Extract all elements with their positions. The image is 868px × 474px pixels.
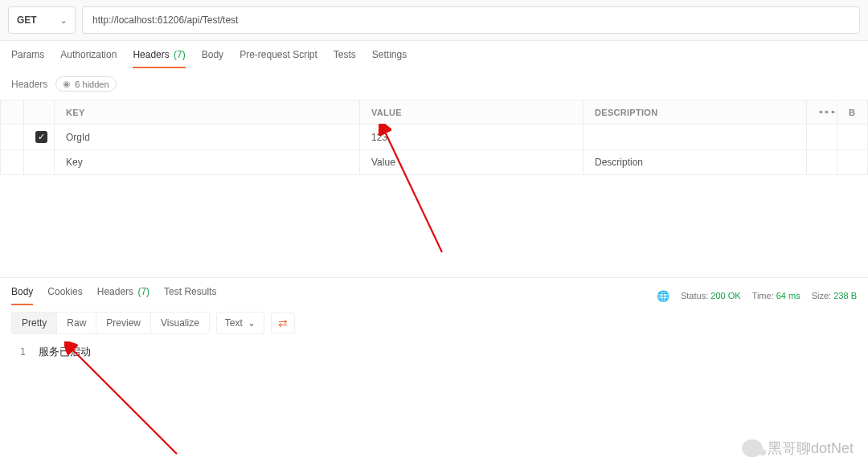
response-format-select[interactable]: Text ⌄ [216, 312, 264, 334]
wrap-lines-icon: ⇄ [278, 317, 288, 329]
placeholder-value[interactable]: Value [360, 150, 583, 175]
view-visualize[interactable]: Visualize [151, 312, 210, 334]
time-label: Time: [752, 291, 774, 300]
response-panel: Body Cookies Headers (7) Test Results 🌐 … [0, 277, 868, 474]
tab-headers[interactable]: Headers (7) [133, 49, 185, 68]
globe-icon[interactable]: 🌐 [657, 290, 669, 302]
request-bar: GET ⌄ [0, 0, 868, 41]
row-description[interactable] [583, 125, 807, 150]
http-method-select[interactable]: GET ⌄ [8, 6, 76, 34]
time-value: 64 ms [776, 291, 800, 300]
response-tabs: Body Cookies Headers (7) Test Results [11, 286, 216, 305]
resp-tab-test-results[interactable]: Test Results [164, 286, 216, 305]
row-enabled-checkbox[interactable]: ✓ [24, 125, 55, 150]
resp-tab-body[interactable]: Body [11, 286, 33, 305]
line-number: 1 [11, 345, 26, 359]
view-preview[interactable]: Preview [96, 312, 151, 334]
col-more[interactable]: ∘∘∘ [807, 100, 837, 125]
table-row: ✓ OrgId 123 [1, 125, 868, 150]
col-value: VALUE [360, 100, 583, 125]
watermark: 黑哥聊dotNet [742, 439, 854, 458]
watermark-text: 黑哥聊dotNet [768, 439, 854, 458]
response-format-value: Text [225, 317, 243, 329]
tab-authorization[interactable]: Authorization [60, 49, 117, 68]
tab-headers-count: (7) [174, 49, 186, 60]
headers-table: KEY VALUE DESCRIPTION ∘∘∘ B ✓ OrgId 123 … [0, 100, 868, 175]
tab-settings[interactable]: Settings [372, 49, 407, 68]
chevron-down-icon: ⌄ [60, 16, 67, 25]
eye-icon: ◉ [63, 79, 71, 89]
response-view-tabs: Pretty Raw Preview Visualize [11, 312, 210, 334]
hidden-headers-label: 6 hidden [75, 80, 108, 89]
row-bulk [837, 125, 868, 150]
http-method-value: GET [17, 14, 37, 26]
wrap-lines-button[interactable]: ⇄ [271, 313, 295, 333]
row-key[interactable]: OrgId [55, 125, 360, 150]
tab-prerequest[interactable]: Pre-request Script [240, 49, 317, 68]
response-topbar: Body Cookies Headers (7) Test Results 🌐 … [0, 278, 868, 305]
view-pretty[interactable]: Pretty [11, 312, 57, 334]
col-key: KEY [55, 100, 360, 125]
resp-tab-headers[interactable]: Headers (7) [97, 286, 149, 305]
col-enabled [24, 100, 55, 125]
headers-subheader: Headers ◉ 6 hidden [0, 68, 868, 100]
tab-tests[interactable]: Tests [334, 49, 356, 68]
col-description: DESCRIPTION [583, 100, 807, 125]
row-value[interactable]: 123 [360, 125, 583, 150]
hidden-headers-pill[interactable]: ◉ 6 hidden [55, 76, 116, 92]
response-meta: 🌐 Status: 200 OK Time: 64 ms Size: 238 B [657, 290, 857, 302]
status-label: Status: [681, 291, 708, 300]
status-value: 200 OK [710, 291, 740, 300]
request-url-input[interactable] [82, 6, 860, 34]
response-controls: Pretty Raw Preview Visualize Text ⌄ ⇄ [0, 305, 868, 341]
size-label: Size: [812, 291, 831, 300]
line-text: 服务已启动 [39, 345, 91, 359]
resp-tab-cookies[interactable]: Cookies [47, 286, 82, 305]
tab-headers-label: Headers [133, 49, 169, 60]
row-handle[interactable] [1, 150, 24, 175]
response-body: 1 服务已启动 [0, 341, 868, 364]
check-icon: ✓ [35, 131, 47, 143]
chevron-down-icon: ⌄ [248, 317, 256, 329]
speech-bubble-icon [742, 439, 763, 457]
col-bulk[interactable]: B [837, 100, 868, 125]
time-group: Time: 64 ms [752, 291, 800, 300]
tab-body[interactable]: Body [202, 49, 223, 68]
resp-tab-headers-label: Headers [97, 286, 133, 297]
row-handle[interactable] [1, 125, 24, 150]
table-row-placeholder: Key Value Description [1, 150, 868, 175]
tab-params[interactable]: Params [11, 49, 44, 68]
resp-tab-headers-count: (7) [137, 286, 149, 297]
row-more [807, 125, 837, 150]
size-value: 238 B [833, 291, 857, 300]
status-group: Status: 200 OK [681, 291, 741, 300]
size-group: Size: 238 B [812, 291, 857, 300]
placeholder-key[interactable]: Key [55, 150, 360, 175]
placeholder-description[interactable]: Description [583, 150, 807, 175]
row-enabled-checkbox[interactable] [24, 150, 55, 175]
request-tabs: Params Authorization Headers (7) Body Pr… [0, 41, 868, 68]
headers-title: Headers [11, 79, 47, 90]
view-raw[interactable]: Raw [57, 312, 96, 334]
col-handle [1, 100, 24, 125]
